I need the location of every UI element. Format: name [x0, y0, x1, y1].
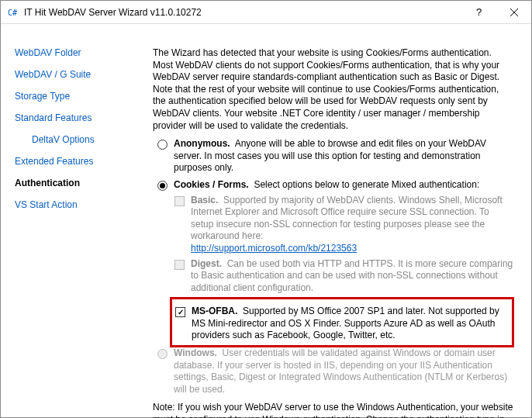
cookies-sub-options: Basic. Supported by majority of WebDAV c… — [174, 195, 514, 295]
sidebar-item-webdav-folder[interactable]: WebDAV Folder — [15, 47, 148, 58]
radio-cookies-forms[interactable]: Cookies / Forms. Select options below to… — [153, 179, 514, 192]
label: Basic. — [191, 195, 218, 206]
radio-windows-text: Windows. User credentials will be valida… — [174, 347, 514, 396]
radio-icon[interactable] — [157, 140, 168, 150]
desc: User credentials will be validated again… — [174, 347, 507, 395]
checkbox-digest[interactable]: Digest. Can be used both via HTTP and HT… — [174, 258, 514, 295]
help-button[interactable]: ? — [463, 1, 497, 23]
sidebar: WebDAV Folder WebDAV / G Suite Storage T… — [1, 24, 148, 418]
titlebar: C# IT Hit WebDAV Server Wizard v11.0.102… — [1, 1, 531, 24]
intro-text: The Wizard has detected that your websit… — [153, 47, 514, 132]
label: Windows. — [174, 347, 217, 358]
desc: Can be used both via HTTP and HTTPS. It … — [191, 258, 513, 293]
radio-anonymous[interactable]: Anonymous. Anyone will be able to browse… — [153, 138, 514, 174]
content-panel: The Wizard has detected that your websit… — [148, 24, 531, 418]
close-button[interactable] — [497, 1, 531, 23]
sidebar-item-storage-type[interactable]: Storage Type — [15, 91, 148, 102]
sidebar-item-vs-start-action[interactable]: VS Start Action — [15, 199, 148, 210]
radio-icon[interactable] — [157, 181, 168, 191]
checkbox-icon[interactable] — [174, 196, 185, 206]
checkbox-msofba-text: MS-OFBA. Supported by MS Office 2007 SP1… — [192, 306, 509, 342]
body: WebDAV Folder WebDAV / G Suite Storage T… — [1, 24, 531, 418]
label: Cookies / Forms. — [174, 179, 249, 190]
desc: Select options below to generate Mixed a… — [254, 179, 479, 190]
label: Digest. — [191, 258, 222, 269]
msofba-highlight: MS-OFBA. Supported by MS Office 2007 SP1… — [170, 297, 514, 347]
app-icon: C# — [7, 6, 19, 19]
sidebar-item-extended-features[interactable]: Extended Features — [15, 156, 148, 167]
svg-text:?: ? — [476, 7, 482, 18]
radio-icon — [157, 349, 168, 359]
radio-anonymous-text: Anonymous. Anyone will be able to browse… — [174, 138, 514, 174]
window-title: IT Hit WebDAV Server Wizard v11.0.10272 — [24, 7, 463, 18]
sidebar-item-authentication[interactable]: Authentication — [15, 178, 148, 188]
sidebar-item-webdav-gsuite[interactable]: WebDAV / G Suite — [15, 69, 148, 80]
label: MS-OFBA. — [192, 306, 237, 316]
radio-windows: Windows. User credentials will be valida… — [153, 347, 514, 396]
checkbox-icon[interactable] — [175, 307, 185, 317]
checkbox-icon[interactable] — [174, 260, 185, 270]
wizard-window: C# IT Hit WebDAV Server Wizard v11.0.102… — [0, 0, 532, 418]
basic-kb-link[interactable]: http://support.microsoft.com/kb/2123563 — [191, 243, 357, 254]
checkbox-basic[interactable]: Basic. Supported by majority of WebDAV c… — [174, 195, 514, 255]
svg-text:C#: C# — [8, 9, 17, 17]
desc: Supported by majority of WebDAV clients.… — [191, 195, 503, 242]
sidebar-item-deltav-options[interactable]: DeltaV Options — [32, 134, 148, 145]
sidebar-item-standard-features[interactable]: Standard Features — [15, 112, 148, 123]
radio-cookies-text: Cookies / Forms. Select options below to… — [174, 179, 479, 192]
checkbox-digest-text: Digest. Can be used both via HTTP and HT… — [191, 258, 514, 295]
desc: Supported by MS Office 2007 SP1 and late… — [192, 306, 499, 340]
checkbox-msofba[interactable]: MS-OFBA. Supported by MS Office 2007 SP1… — [175, 306, 509, 342]
note-text: Note: If you wish your WebDAV server to … — [153, 402, 514, 418]
label: Anonymous. — [174, 138, 230, 149]
checkbox-basic-text: Basic. Supported by majority of WebDAV c… — [191, 195, 514, 255]
